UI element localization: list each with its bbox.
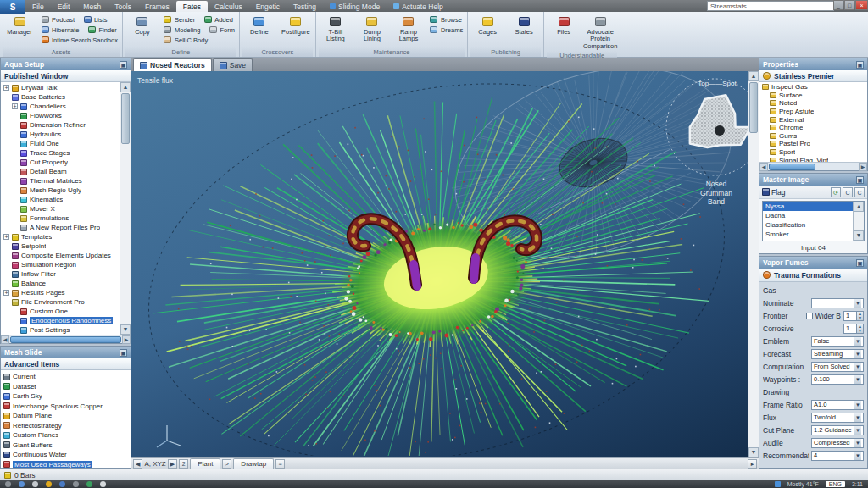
expand-icon[interactable]: + bbox=[3, 234, 9, 240]
taskbar-app-icon[interactable] bbox=[46, 481, 52, 487]
menu-tab-sliding-mode[interactable]: Sliding Mode bbox=[323, 0, 387, 12]
tab-separator-icon[interactable]: > bbox=[222, 459, 231, 469]
panel-pin-icon[interactable]: ▣ bbox=[120, 61, 127, 69]
listbox-item[interactable]: Classification bbox=[763, 220, 853, 230]
tree-item[interactable]: Cut Property bbox=[1, 158, 120, 167]
tree-item[interactable]: Fluid One bbox=[1, 139, 120, 148]
image-list-scrollbar[interactable]: ▲ ▼ bbox=[853, 202, 864, 241]
scroll-down-icon[interactable]: ▼ bbox=[120, 324, 131, 335]
taskbar-app-icon[interactable] bbox=[5, 481, 11, 487]
tree-item[interactable]: Endogenous Randomness bbox=[1, 316, 120, 325]
scrollbar-thumb[interactable] bbox=[769, 164, 815, 170]
document-tab-save[interactable]: Save bbox=[213, 58, 253, 71]
tree-item[interactable]: +Chandeliers bbox=[1, 102, 120, 111]
taskbar-app-icon[interactable] bbox=[19, 481, 25, 487]
scroll-left-icon[interactable]: ◀ bbox=[760, 163, 768, 171]
panel-pin-icon[interactable]: ▣ bbox=[856, 61, 864, 69]
param-spinner[interactable]: 1▲▼ bbox=[843, 311, 864, 321]
ribbon-button-browse[interactable]: Browse bbox=[428, 15, 464, 24]
nav-first-icon[interactable]: ◀ bbox=[133, 459, 142, 469]
ribbon-button-states[interactable]: States bbox=[507, 13, 541, 47]
tree-vertical-scrollbar[interactable]: ▲ ▼ bbox=[120, 82, 131, 335]
weather-icon[interactable] bbox=[775, 481, 781, 487]
tree-item[interactable]: Flowworks bbox=[1, 111, 120, 120]
param-dropdown[interactable]: Twofold▼ bbox=[811, 413, 864, 423]
chevron-down-icon[interactable]: ▼ bbox=[854, 401, 861, 409]
scroll-up-icon[interactable]: ▲ bbox=[748, 71, 759, 81]
param-dropdown[interactable]: Compressed▼ bbox=[811, 438, 864, 448]
tree-item[interactable]: Simulation Region bbox=[1, 260, 120, 269]
scroll-left-icon[interactable]: ◀ bbox=[1, 336, 9, 344]
minimize-button[interactable]: _ bbox=[833, 0, 843, 10]
chevron-down-icon[interactable]: ▼ bbox=[854, 363, 861, 371]
scroll-right-icon[interactable]: ▶ bbox=[859, 163, 867, 171]
ribbon-button-files[interactable]: Files bbox=[547, 13, 581, 51]
ribbon-button-dreams[interactable]: Dreams bbox=[428, 25, 465, 34]
property-item[interactable]: External bbox=[760, 115, 867, 124]
viewport-vertical-scrollbar[interactable]: ▲ ▼ bbox=[748, 71, 759, 458]
ribbon-button-advocate-protein[interactable]: Advocate Protein Comparison bbox=[583, 13, 617, 51]
scroll-down-icon[interactable]: ▼ bbox=[854, 230, 864, 241]
app-logo-icon[interactable]: S bbox=[0, 0, 25, 14]
list-item[interactable]: Interchange Spacious Copper bbox=[1, 402, 131, 412]
tree-item[interactable]: Hydraulics bbox=[1, 130, 120, 139]
weather-text[interactable]: Mostly 41°F bbox=[787, 481, 819, 487]
list-item[interactable]: Continuous Water bbox=[1, 450, 131, 460]
param-dropdown[interactable]: 1.2 Guidance▼ bbox=[811, 425, 864, 435]
ribbon-button-dump[interactable]: Dump Lining bbox=[355, 13, 389, 47]
list-item[interactable]: Custom Planes bbox=[1, 430, 131, 441]
taskbar-app-icon[interactable] bbox=[59, 481, 65, 487]
chevron-down-icon[interactable]: ▼ bbox=[854, 413, 861, 422]
properties-horizontal-scrollbar[interactable]: ◀ ▶ bbox=[760, 162, 867, 170]
panel-close-icon[interactable]: ▣ bbox=[856, 259, 864, 267]
spinner-arrows[interactable]: ▲▼ bbox=[856, 312, 863, 320]
ribbon-button-cages[interactable]: Cages bbox=[470, 13, 504, 47]
ribbon-button-copy[interactable]: Copy bbox=[125, 13, 159, 47]
maximize-button[interactable]: □ bbox=[844, 0, 854, 10]
taskbar-app-icon[interactable] bbox=[100, 481, 106, 487]
viewport-tab-plant[interactable]: Plant bbox=[190, 458, 220, 469]
list-item[interactable]: Giant Buffers bbox=[1, 441, 131, 451]
property-item[interactable]: Pastel Pro bbox=[760, 140, 867, 148]
param-dropdown[interactable]: From Solved▼ bbox=[811, 362, 864, 372]
expand-icon[interactable]: + bbox=[3, 85, 9, 91]
scrollbar-thumb[interactable] bbox=[121, 93, 130, 144]
ribbon-button-sender[interactable]: Sender bbox=[162, 15, 197, 24]
param-dropdown[interactable]: Streaming▼ bbox=[811, 349, 864, 359]
tree-item[interactable]: A New Report Files Pro bbox=[1, 223, 120, 232]
tree-item[interactable]: +Results Pages bbox=[1, 288, 120, 297]
tree-item[interactable]: Dimension Refiner bbox=[1, 120, 120, 130]
list-item[interactable]: Reflectostrategy bbox=[1, 421, 131, 431]
tree-horizontal-scrollbar[interactable]: ◀ ▶ bbox=[1, 335, 131, 343]
page-button[interactable]: 2 bbox=[179, 459, 188, 469]
scrollbar-thumb[interactable] bbox=[10, 336, 121, 343]
ribbon-button-modeling[interactable]: Modeling bbox=[162, 25, 202, 34]
menu-tab-fates[interactable]: Fates bbox=[176, 1, 208, 12]
menu-tab-engetic[interactable]: Engetic bbox=[249, 0, 287, 12]
chevron-down-icon[interactable]: ▼ bbox=[854, 426, 861, 435]
language-selector[interactable]: ENG bbox=[826, 481, 845, 487]
menu-tab-tools[interactable]: Tools bbox=[108, 0, 138, 12]
taskbar-app-icon[interactable] bbox=[73, 481, 79, 487]
layout-button[interactable]: ≡ bbox=[275, 459, 285, 469]
ribbon-button-ramp[interactable]: Ramp Lamps bbox=[392, 13, 426, 47]
ribbon-button-added[interactable]: Added bbox=[202, 15, 235, 24]
tree-item[interactable]: File Environment Pro bbox=[1, 297, 120, 307]
menu-tab-frames[interactable]: Frames bbox=[138, 0, 176, 12]
nav-end-icon[interactable]: ▸ bbox=[748, 459, 757, 469]
scroll-down-icon[interactable]: ▼ bbox=[748, 447, 759, 458]
chevron-down-icon[interactable]: ▼ bbox=[854, 299, 861, 308]
ribbon-button-postfigure[interactable]: Postfigure bbox=[279, 13, 313, 47]
scrollbar-thumb[interactable] bbox=[749, 82, 758, 133]
tree-item[interactable]: Kinematics bbox=[1, 195, 120, 204]
menu-tab-testing[interactable]: Testing bbox=[287, 0, 323, 12]
param-dropdown[interactable]: ▼ bbox=[811, 298, 864, 308]
copy-alt-button[interactable]: C bbox=[854, 187, 865, 197]
search-input[interactable]: Streamstats bbox=[707, 1, 834, 11]
property-item[interactable]: Chrome bbox=[760, 124, 867, 132]
tree-item[interactable]: +Templates bbox=[1, 232, 120, 241]
viewport-tab-drawtap[interactable]: Drawtap bbox=[233, 458, 274, 469]
menu-tab-calculus[interactable]: Calculus bbox=[208, 0, 249, 12]
expand-icon[interactable]: + bbox=[3, 290, 9, 296]
property-item[interactable]: Sport bbox=[760, 148, 867, 157]
